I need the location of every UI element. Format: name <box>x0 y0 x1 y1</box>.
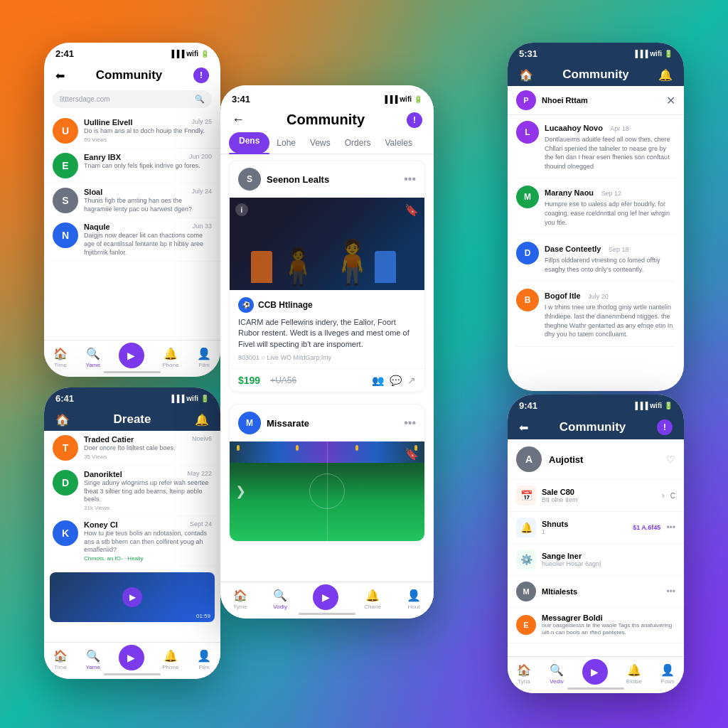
nav-item-4a[interactable]: 🏠 Time <box>53 649 68 670</box>
post-author-1: Seenon Lealts <box>267 174 398 185</box>
list-item[interactable]: S Sloal July 24 Thunis figh tbe amting h… <box>44 183 220 218</box>
settings-item-4[interactable]: M Mltialests ••• <box>508 576 684 608</box>
post-menu-2[interactable]: ••• <box>404 417 416 429</box>
nav-title-2: Community <box>287 112 365 128</box>
play-button-5[interactable]: ▶ <box>582 659 608 685</box>
notification-badge-1[interactable]: ! <box>193 68 209 83</box>
comment-avatar: L <box>516 121 539 144</box>
settings-item-2[interactable]: 🔔 Shnuts 1 $1 A.6f45 ••• <box>508 512 684 544</box>
list-item[interactable]: E Eanry IBX Jun 200 Tnam can only fels f… <box>44 149 220 183</box>
action-icon-3[interactable]: ↗ <box>407 375 416 386</box>
nav-label-4a: Time <box>54 664 66 670</box>
community-text: Doer onore fto litiltest cale boes. <box>84 444 212 453</box>
list-item[interactable]: N Naqule Jun 33 Daigjis now deacer liit … <box>44 218 220 262</box>
nav-item-5a[interactable]: 🏠 Tyna <box>517 663 531 685</box>
play-button-2[interactable]: ▶ <box>313 584 338 610</box>
nav-item-5b[interactable]: 🔍 Vediv <box>550 663 564 685</box>
home-bar-1 <box>104 371 161 373</box>
nav-item-hout[interactable]: 👤 Hout <box>407 589 421 610</box>
profile-row[interactable]: A Aujotist ♡ <box>508 439 684 480</box>
nav-item-film[interactable]: 👤 Film <box>197 347 211 368</box>
nav-title-5: Community <box>528 420 657 434</box>
tab-dens[interactable]: Dens <box>229 132 269 154</box>
settings-item-5[interactable]: E Messagrer Boldi ouir oasgeldesss te th… <box>508 608 684 643</box>
nav-item-4b[interactable]: 🔍 Yame <box>86 649 100 670</box>
home-bar-4 <box>104 673 161 675</box>
brand-logo-1: ⚽ <box>238 297 254 313</box>
play-btn-thumb[interactable]: ▶ <box>122 587 142 607</box>
home-icon-2: 🏠 <box>233 589 247 602</box>
play-button[interactable]: ▶ <box>119 343 144 368</box>
wifi-icon-3: wifi <box>650 50 662 58</box>
list-item[interactable]: U Uulline Elvell July 25 Do is ham ans a… <box>44 114 220 149</box>
search-icon-4n: 🔍 <box>86 649 100 663</box>
list-item[interactable]: D Danoriktel May 222 Singe aduny wlognir… <box>44 466 220 516</box>
nav-label-4c: Phone <box>162 664 178 670</box>
bookmark-icon-1[interactable]: 🔖 <box>405 203 419 217</box>
list-item[interactable]: T Traded Catier Noeiv6 Doer onore fto li… <box>44 431 220 466</box>
nav-item-chane[interactable]: 🔔 Chane <box>364 589 381 610</box>
play-button-4[interactable]: ▶ <box>119 645 144 670</box>
action-icon-2[interactable]: 💬 <box>390 375 402 386</box>
status-bar-1: 2:41 ▐▐▐ wifi 🔋 <box>44 43 220 62</box>
action-icon-1[interactable]: 👥 <box>372 375 384 386</box>
nav-item-5d[interactable]: 👤 Pows <box>660 663 675 685</box>
phone-topright: 5:31 ▐▐▐ wifi 🔋 🏠 Community 🔔 P Nhoei Rt… <box>508 43 684 391</box>
community-date: July 24 <box>191 188 212 196</box>
nav-item-play[interactable]: ▶ <box>119 347 144 368</box>
post-desc-1: ICARM ade Fellewins indery, the Ealior, … <box>238 317 416 350</box>
video-duration: 01:59 <box>196 613 210 619</box>
profile-avatar: A <box>516 446 542 472</box>
home-icon: 🏠 <box>53 347 68 360</box>
comment-name: Marany Naou <box>545 188 594 197</box>
gear-icon: ⚙️ <box>520 554 532 565</box>
post-card-1: S Seenon Lealts ••• i 🔖 🧍 🧍 ⚽ CCB Htlina… <box>229 160 425 392</box>
tab-lohe[interactable]: Lohe <box>269 132 303 154</box>
comment-name: Bogof Itle <box>545 291 581 300</box>
nav-item-time[interactable]: 🏠 Time <box>53 347 68 368</box>
home-icon-5n: 🏠 <box>517 663 531 677</box>
settings-item-3[interactable]: ⚙️ Sange lner hueolier Hosar 6agn| <box>508 544 684 576</box>
comment-name: Lucaahoy Novo <box>545 124 603 132</box>
nav-item-play-5[interactable]: ▶ <box>582 663 608 685</box>
community-text: How tu jtie teus bolis an ndotasion, con… <box>84 530 212 555</box>
comment-bar-header: P Nhoei Rttam ✕ <box>508 86 684 115</box>
nav-item-play-2[interactable]: ▶ <box>313 589 338 610</box>
notification-badge-2[interactable]: ! <box>407 112 422 128</box>
menu-icon-4[interactable]: ••• <box>666 587 675 596</box>
search-bar-1[interactable]: litttersdage.com 🔍 <box>53 90 212 108</box>
post-menu-1[interactable]: ••• <box>404 173 416 186</box>
nav-item-5c[interactable]: 🔔 Blotse <box>626 663 642 685</box>
nav-item-4d[interactable]: 👤 Film <box>197 649 211 670</box>
comment-date: Sep 18 <box>609 246 629 253</box>
notification-badge-5[interactable]: ! <box>657 419 673 435</box>
nav-item-tyme[interactable]: 🏠 Tyme <box>233 589 247 610</box>
community-name: Eanry IBX <box>84 153 121 161</box>
post-card-2: M Missarate ••• 🔖 ❯ <box>229 404 425 542</box>
close-icon-3[interactable]: ✕ <box>666 94 675 107</box>
list-item[interactable]: K Koney CI Sept 24 How tu jtie teus boli… <box>44 516 220 567</box>
profile-icon-4n: 👤 <box>197 649 211 663</box>
community-date: Noeiv6 <box>192 435 212 444</box>
post-price-1: $199 <box>238 375 260 386</box>
profile-name: Aujotist <box>549 454 583 465</box>
comment-avatar: D <box>516 242 539 264</box>
prev-arrow[interactable]: ❯ <box>235 483 246 499</box>
heart-icon[interactable]: ♡ <box>666 454 675 465</box>
settings-sub-3: hueolier Hosar 6agn| <box>542 560 675 567</box>
bookmark-icon-2[interactable]: 🔖 <box>405 447 419 461</box>
tab-vews[interactable]: Vews <box>303 132 338 154</box>
phone-topleft: 2:41 ▐▐▐ wifi 🔋 ⬅ Community ! litttersda… <box>44 43 220 377</box>
nav-item-yame[interactable]: 🔍 Yame <box>86 347 100 368</box>
settings-item-1[interactable]: 📅 Sale C80 Btt olne Item › C <box>508 480 684 512</box>
video-thumbnail[interactable]: ▶ 01:59 <box>50 572 215 622</box>
nav-item-4c[interactable]: 🔔 Phone <box>162 649 178 670</box>
nav-item-play-4[interactable]: ▶ <box>119 649 144 670</box>
nav-label-5c: Blotse <box>626 678 642 685</box>
nav-item-phone[interactable]: 🔔 Phone <box>162 347 178 368</box>
tab-orders[interactable]: Orders <box>338 132 378 154</box>
tab-valeles[interactable]: Valeles <box>378 132 419 154</box>
nav-item-vodiy[interactable]: 🔍 Vodiy <box>273 589 287 610</box>
nav-label-4d: Film <box>199 664 210 670</box>
avatar: U <box>53 118 78 144</box>
